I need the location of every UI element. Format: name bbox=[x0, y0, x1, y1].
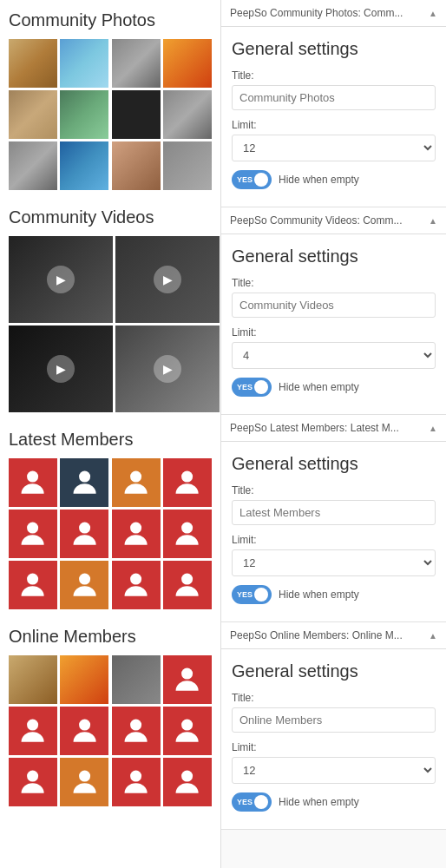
play-icon-4: ▶ bbox=[154, 355, 181, 383]
online-member-7[interactable] bbox=[112, 707, 161, 755]
photo-5[interactable] bbox=[9, 90, 57, 139]
limit-select-latest-members[interactable]: 12 bbox=[232, 549, 436, 576]
online-member-6[interactable] bbox=[60, 707, 108, 755]
limit-select-videos[interactable]: 4 bbox=[232, 342, 436, 369]
general-settings-title-videos: General settings bbox=[232, 247, 436, 266]
svg-point-0 bbox=[27, 471, 38, 483]
accordion-body-latest-members: General settings Title: Limit: 12 YES Hi… bbox=[221, 442, 446, 622]
online-member-5[interactable] bbox=[9, 707, 57, 755]
member-12[interactable] bbox=[163, 561, 212, 609]
title-input-videos[interactable] bbox=[232, 293, 436, 318]
toggle-yes-label-photos: YES bbox=[233, 175, 253, 184]
accordion-header-online-members[interactable]: PeepSo Online Members: Online M... ▲ bbox=[221, 622, 446, 649]
member-9[interactable] bbox=[9, 561, 57, 609]
photo-7[interactable] bbox=[112, 90, 161, 139]
online-member-3[interactable] bbox=[112, 655, 161, 704]
svg-point-13 bbox=[27, 720, 38, 731]
online-member-9[interactable] bbox=[9, 758, 57, 806]
svg-point-11 bbox=[181, 574, 193, 585]
member-2[interactable] bbox=[60, 458, 108, 507]
latest-members-grid bbox=[9, 458, 212, 609]
svg-point-8 bbox=[27, 574, 38, 585]
hide-when-empty-toggle-videos[interactable]: YES bbox=[232, 378, 272, 397]
community-videos-widget: Community Videos ▶ ▶ ▶ ▶ bbox=[9, 207, 212, 412]
video-2[interactable]: ▶ bbox=[115, 236, 220, 323]
video-1-overlay: ▶ bbox=[9, 236, 113, 323]
photo-6[interactable] bbox=[60, 90, 108, 139]
photo-2[interactable] bbox=[60, 39, 108, 88]
hide-when-empty-label-photos: Hide when empty bbox=[279, 174, 359, 186]
accordion-body-photos: General settings Title: Limit: 12 YES Hi… bbox=[221, 27, 446, 207]
hide-when-empty-label-latest-members: Hide when empty bbox=[279, 589, 359, 601]
hide-when-empty-label-videos: Hide when empty bbox=[279, 381, 359, 393]
limit-label-latest-members: Limit: bbox=[232, 534, 436, 546]
member-6[interactable] bbox=[60, 510, 108, 558]
online-members-widget: Online Members bbox=[9, 627, 212, 806]
community-videos-grid: ▶ ▶ ▶ ▶ bbox=[9, 236, 212, 412]
online-member-11[interactable] bbox=[112, 758, 161, 806]
online-member-1[interactable] bbox=[9, 655, 57, 704]
member-5[interactable] bbox=[9, 510, 57, 558]
svg-point-14 bbox=[79, 720, 90, 731]
limit-label-online-members: Limit: bbox=[232, 741, 436, 753]
accordion-header-photos[interactable]: PeepSo Community Photos: Comm... ▲ bbox=[221, 0, 446, 27]
hide-when-empty-row-online-members: YES Hide when empty bbox=[232, 792, 436, 812]
svg-point-16 bbox=[181, 720, 193, 731]
title-input-photos[interactable] bbox=[232, 85, 436, 110]
online-member-4[interactable] bbox=[163, 655, 212, 704]
title-label-videos: Title: bbox=[232, 277, 436, 289]
online-member-12[interactable] bbox=[163, 758, 212, 806]
video-4[interactable]: ▶ bbox=[115, 326, 220, 412]
svg-point-17 bbox=[27, 771, 38, 782]
hide-when-empty-toggle-online-members[interactable]: YES bbox=[232, 792, 272, 812]
hide-when-empty-label-online-members: Hide when empty bbox=[279, 796, 359, 808]
accordion-header-online-members-label: PeepSo Online Members: Online M... bbox=[230, 629, 403, 641]
hide-when-empty-toggle-photos[interactable]: YES bbox=[232, 170, 272, 189]
left-panel: Community Photos Community Videos ▶ bbox=[0, 0, 221, 868]
community-photos-grid bbox=[9, 39, 212, 190]
photo-9[interactable] bbox=[9, 141, 57, 190]
video-3-overlay: ▶ bbox=[9, 326, 113, 412]
hide-when-empty-row-latest-members: YES Hide when empty bbox=[232, 585, 436, 604]
accordion-header-videos[interactable]: PeepSo Community Videos: Comm... ▲ bbox=[221, 207, 446, 234]
online-member-10[interactable] bbox=[60, 758, 108, 806]
online-members-grid bbox=[9, 655, 212, 806]
photo-4[interactable] bbox=[163, 39, 212, 88]
svg-point-5 bbox=[79, 523, 90, 534]
accordion-header-videos-label: PeepSo Community Videos: Comm... bbox=[230, 214, 403, 227]
community-photos-title: Community Photos bbox=[9, 10, 212, 30]
accordion-header-photos-label: PeepSo Community Photos: Comm... bbox=[230, 7, 403, 19]
member-4[interactable] bbox=[163, 458, 212, 507]
title-input-latest-members[interactable] bbox=[232, 500, 436, 525]
member-11[interactable] bbox=[112, 561, 161, 609]
svg-point-15 bbox=[130, 720, 141, 731]
svg-point-18 bbox=[79, 771, 90, 782]
member-10[interactable] bbox=[60, 561, 108, 609]
photo-8[interactable] bbox=[163, 90, 212, 139]
member-3[interactable] bbox=[112, 458, 161, 507]
photo-12[interactable] bbox=[163, 141, 212, 190]
photo-1[interactable] bbox=[9, 39, 57, 88]
photo-11[interactable] bbox=[112, 141, 161, 190]
photo-3[interactable] bbox=[112, 39, 161, 88]
svg-point-4 bbox=[27, 523, 38, 534]
photo-10[interactable] bbox=[60, 141, 108, 190]
online-member-8[interactable] bbox=[163, 707, 212, 755]
general-settings-title-online-members: General settings bbox=[232, 661, 436, 681]
video-3[interactable]: ▶ bbox=[9, 326, 113, 412]
member-7[interactable] bbox=[112, 510, 161, 558]
chevron-up-icon-photos: ▲ bbox=[429, 9, 437, 18]
member-1[interactable] bbox=[9, 458, 57, 507]
hide-when-empty-toggle-latest-members[interactable]: YES bbox=[232, 585, 272, 604]
limit-label-photos: Limit: bbox=[232, 119, 436, 131]
limit-select-photos[interactable]: 12 bbox=[232, 135, 436, 161]
toggle-yes-label-online-members: YES bbox=[233, 798, 253, 806]
video-1[interactable]: ▶ bbox=[9, 236, 113, 323]
online-member-2[interactable] bbox=[60, 655, 108, 704]
title-input-online-members[interactable] bbox=[232, 707, 436, 733]
limit-select-online-members[interactable]: 12 bbox=[232, 757, 436, 784]
member-8[interactable] bbox=[163, 510, 212, 558]
accordion-header-latest-members[interactable]: PeepSo Latest Members: Latest M... ▲ bbox=[221, 415, 446, 442]
svg-point-20 bbox=[181, 771, 193, 782]
toggle-yes-label-videos: YES bbox=[233, 383, 253, 391]
